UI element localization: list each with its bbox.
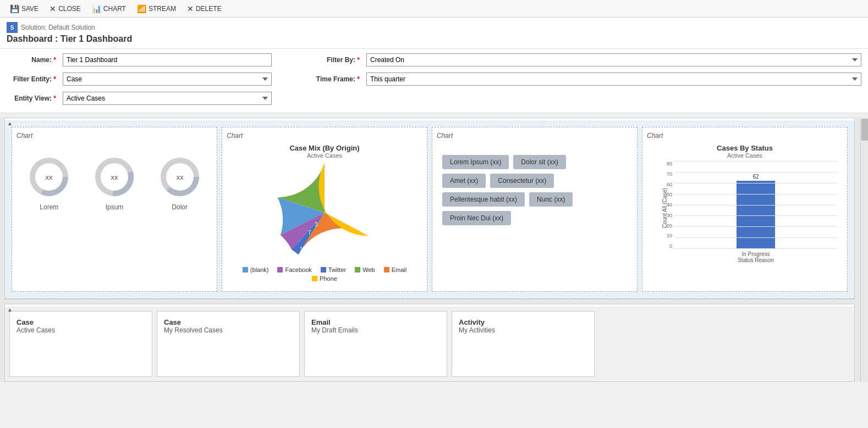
form-area: Name: * Filter Entity: * Case Entity Vie… <box>0 49 868 113</box>
pie-subtitle: Active Cases <box>227 152 422 159</box>
filter-entity-select[interactable]: Case <box>63 73 272 86</box>
bar-value-label: 62 <box>752 174 759 180</box>
chart-panel-1: Chart xx Lorem <box>12 127 217 292</box>
bar-chart-wrapper: Count All (Case) 80 70 60 50 40 30 20 10 <box>647 161 843 263</box>
save-button[interactable]: 💾 SAVE <box>4 3 44 14</box>
legend-twitter: Twitter <box>321 266 346 273</box>
x-axis: In Progress <box>674 249 837 257</box>
tag-row-2: Amet (xx) Consectetur (xx) <box>442 174 554 188</box>
bar-chart-area: 80 70 60 50 40 30 20 10 0 <box>674 161 837 249</box>
delete-button[interactable]: ✕ DELETE <box>182 3 227 14</box>
name-label: Name: * <box>7 56 56 64</box>
list-panel-activity[interactable]: Activity My Activities <box>452 311 595 377</box>
tag-amet[interactable]: Amet (xx) <box>442 174 486 188</box>
solution-breadcrumb: S Solution: Default Solution <box>7 22 861 33</box>
time-frame-select[interactable]: This quarter <box>366 73 861 86</box>
tag-row-4: Proin Nec Dui (xx) <box>442 211 511 225</box>
lists-collapse-btn[interactable]: ▲ <box>7 307 16 315</box>
filter-by-label: Filter By: * <box>316 56 360 64</box>
x-bar-label: In Progress <box>741 251 770 257</box>
list-panel-view-3: My Draft Emails <box>311 326 440 334</box>
legend-blank: (blank) <box>243 266 269 273</box>
donut-chart-2: xx <box>92 155 136 199</box>
bar-in-progress: 62 <box>674 174 837 249</box>
chart-panel-4: Chart Cases By Status Active Cases Count… <box>642 127 848 292</box>
list-panel-case-active[interactable]: Case Active Cases <box>9 311 152 377</box>
legend-facebook: Facebook <box>277 266 311 273</box>
toolbar: 💾 SAVE ✕ CLOSE 📊 CHART 📶 STREAM ✕ DELETE <box>0 0 868 18</box>
grid-line <box>674 161 837 162</box>
donut3-label: Dolor <box>172 203 188 211</box>
tag-grid: Lorem Ipsum (xx) Dolor sit (xx) Amet (xx… <box>437 144 633 236</box>
chart2-title: Chart <box>227 132 422 140</box>
tag-row-3: Pellentesque habit (xx) Nunc (xx) <box>442 192 573 207</box>
chart1-title: Chart <box>17 132 212 140</box>
svg-text:xx: xx <box>111 173 118 181</box>
list-panel-entity-3: Email <box>311 318 440 326</box>
y-axis-ticks: 80 70 60 50 40 30 20 10 0 <box>655 161 672 249</box>
chart3-title: Chart <box>437 132 633 140</box>
main-dashboard: ▲ Chart xx Lorem <box>0 118 868 382</box>
stream-button[interactable]: 📶 STREAM <box>131 3 182 14</box>
time-frame-label: Time Frame: * <box>316 75 360 83</box>
pie-chart-svg <box>275 163 374 262</box>
legend-web: Web <box>355 266 375 273</box>
close-button[interactable]: ✕ CLOSE <box>44 3 86 14</box>
lists-section: ▲ Case Active Cases Case My Resolved Cas… <box>4 304 855 382</box>
donut-dolor: xx Dolor <box>158 155 202 211</box>
vertical-scrollbar[interactable] <box>860 118 868 382</box>
list-panel-entity-4: Activity <box>459 318 587 326</box>
charts-collapse-btn[interactable]: ▲ <box>7 120 16 129</box>
page-title: Dashboard : Tier 1 Dashboard <box>7 34 861 44</box>
chart4-title: Chart <box>647 132 843 140</box>
x-axis-title: Status Reason <box>674 257 837 263</box>
chart-icon: 📊 <box>92 4 101 13</box>
bar-chart-subtitle: Active Cases <box>647 152 843 159</box>
list-row: Case Active Cases Case My Resolved Cases… <box>5 307 854 381</box>
donut-lorem: xx Lorem <box>27 155 71 211</box>
list-panel-view-1: Active Cases <box>17 326 145 334</box>
chart-row: Chart xx Lorem <box>5 120 854 299</box>
list-panel-case-resolved[interactable]: Case My Resolved Cases <box>157 311 300 377</box>
list-panel-view-2: My Resolved Cases <box>164 326 293 334</box>
tag-row-1: Lorem Ipsum (xx) Dolor sit (xx) <box>442 155 566 169</box>
tag-consectetur[interactable]: Consectetur (xx) <box>490 174 554 188</box>
donut1-label: Lorem <box>40 203 58 211</box>
close-icon: ✕ <box>50 4 56 13</box>
legend-phone: Phone <box>312 275 337 282</box>
legend-email: Email <box>384 266 407 273</box>
tag-pellentesque[interactable]: Pellentesque habit (xx) <box>442 192 525 207</box>
pie-title: Case Mix (By Origin) <box>227 144 422 152</box>
tag-nunc[interactable]: Nunc (xx) <box>529 192 573 207</box>
solution-icon: S <box>7 22 18 33</box>
chart-panel-2: Chart Case Mix (By Origin) Active Cases <box>222 127 427 292</box>
pie-legend: (blank) Facebook Twitter Web <box>227 266 422 282</box>
chart-panel-3: Chart Lorem Ipsum (xx) Dolor sit (xx) Am… <box>432 127 638 292</box>
pie-chart-container <box>227 163 422 262</box>
tag-proin[interactable]: Proin Nec Dui (xx) <box>442 211 511 225</box>
tag-lorem-ipsum[interactable]: Lorem Ipsum (xx) <box>442 155 509 169</box>
charts-section: ▲ Chart xx Lorem <box>4 118 855 299</box>
donut2-label: Ipsum <box>106 203 124 211</box>
name-input[interactable] <box>63 53 272 66</box>
entity-view-select[interactable]: Active Cases <box>63 92 272 105</box>
list-panel-view-4: My Activities <box>459 326 587 334</box>
stream-icon: 📶 <box>137 4 146 13</box>
page-header: S Solution: Default Solution Dashboard :… <box>0 18 868 49</box>
delete-icon: ✕ <box>187 4 194 13</box>
filter-entity-label: Filter Entity: * <box>7 75 56 83</box>
filter-by-select[interactable]: Created On <box>366 53 861 66</box>
donut-chart-3: xx <box>158 155 202 199</box>
chart-button[interactable]: 📊 CHART <box>86 3 131 14</box>
list-panel-entity-1: Case <box>17 318 145 326</box>
grid-line <box>674 172 837 173</box>
donut-ipsum: xx Ipsum <box>92 155 136 211</box>
entity-view-label: Entity View: * <box>7 95 56 102</box>
bar-chart-title: Cases By Status <box>647 144 843 152</box>
donut-row: xx Lorem xx Ipsum <box>17 144 212 222</box>
list-panel-email-draft[interactable]: Email My Draft Emails <box>304 311 447 377</box>
scrollbar-thumb[interactable] <box>861 119 868 141</box>
svg-text:xx: xx <box>176 173 184 181</box>
save-icon: 💾 <box>10 4 19 13</box>
tag-dolor-sit[interactable]: Dolor sit (xx) <box>513 155 565 169</box>
